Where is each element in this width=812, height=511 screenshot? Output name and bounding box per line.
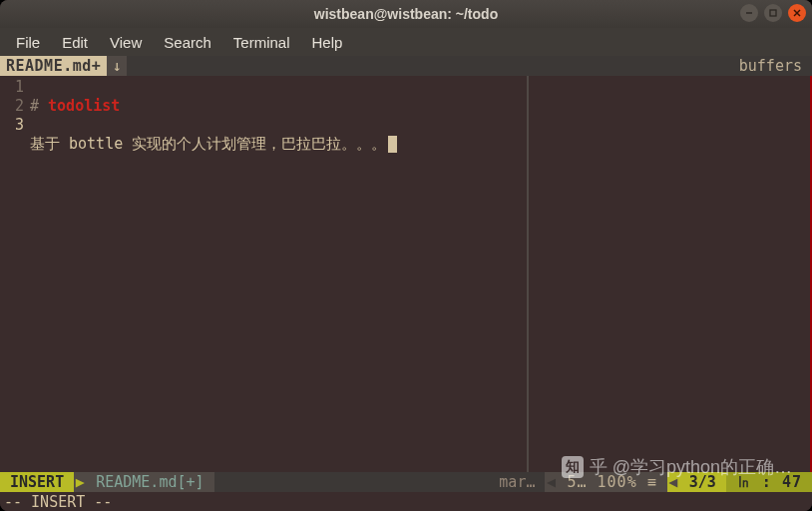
markdown-heading: todolist xyxy=(48,97,120,115)
code-content[interactable]: # todolist 基于 bottle 实现的个人计划管理，巴拉巴拉。。。 xyxy=(30,76,812,472)
code-line: 基于 bottle 实现的个人计划管理，巴拉巴拉。。。 xyxy=(30,135,386,153)
buffer-line-spacer xyxy=(127,56,728,76)
text-cursor xyxy=(388,136,397,153)
minimize-button[interactable] xyxy=(740,4,758,22)
buffer-tab-arrow-icon: ↓ xyxy=(107,56,127,76)
maximize-button[interactable] xyxy=(764,4,782,22)
editor-area[interactable]: 1 2 3 # todolist 基于 bottle 实现的个人计划管理，巴拉巴… xyxy=(0,76,812,472)
line-number: 2 xyxy=(0,97,24,116)
svg-rect-1 xyxy=(770,10,776,16)
titlebar: wistbean@wistbean: ~/todo xyxy=(0,0,812,28)
menu-search[interactable]: Search xyxy=(154,31,221,54)
command-line[interactable]: -- INSERT -- xyxy=(0,492,812,511)
status-spacer xyxy=(214,472,490,492)
separator-icon: ◀ xyxy=(667,472,679,492)
line-number-gutter: 1 2 3 xyxy=(0,76,30,472)
status-filename: README.md[+] xyxy=(86,472,213,492)
vertical-split-bar[interactable] xyxy=(527,76,529,472)
menu-file[interactable]: File xyxy=(6,31,50,54)
status-encoding: 5… 100% ≡ xyxy=(557,472,666,492)
buffer-tab-active[interactable]: README.md+ xyxy=(0,56,107,76)
status-percent: 3/3 xyxy=(679,472,726,492)
line-number-current: 3 xyxy=(0,116,24,135)
markdown-hash: # xyxy=(30,97,39,115)
menu-help[interactable]: Help xyxy=(302,31,353,54)
buffer-line-label: buffers xyxy=(729,56,812,76)
separator-icon: ▶ xyxy=(74,472,86,492)
line-number: 1 xyxy=(0,78,24,97)
window-title: wistbean@wistbean: ~/todo xyxy=(314,6,498,22)
menu-edit[interactable]: Edit xyxy=(52,31,98,54)
window-controls xyxy=(740,4,806,22)
menu-view[interactable]: View xyxy=(100,31,152,54)
close-button[interactable] xyxy=(788,4,806,22)
status-line: INSERT ▶ README.md[+] mar… ◀ 5… 100% ≡ ◀… xyxy=(0,472,812,492)
status-filetype: mar… xyxy=(489,472,545,492)
menubar: File Edit View Search Terminal Help xyxy=(0,28,812,56)
menu-terminal[interactable]: Terminal xyxy=(223,31,300,54)
status-mode: INSERT xyxy=(0,472,74,492)
status-position: ㏑ : 47 xyxy=(726,472,812,492)
separator-icon: ◀ xyxy=(545,472,557,492)
terminal-window: wistbean@wistbean: ~/todo File Edit View… xyxy=(0,0,812,511)
buffer-line: README.md+ ↓ buffers xyxy=(0,56,812,76)
